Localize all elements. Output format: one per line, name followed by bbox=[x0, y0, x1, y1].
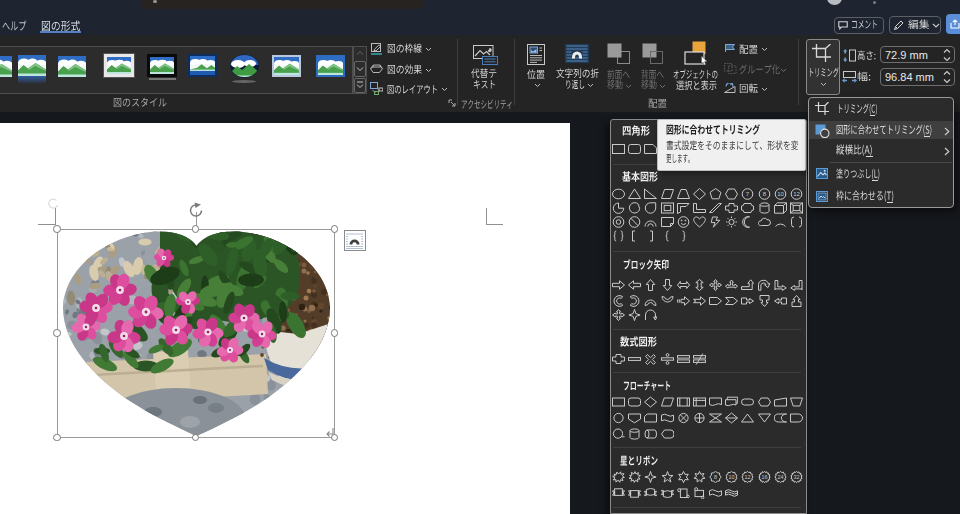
svg-text:8: 8 bbox=[714, 474, 717, 480]
svg-text:12: 12 bbox=[745, 474, 751, 480]
svg-text:10: 10 bbox=[777, 191, 784, 197]
svg-text:7: 7 bbox=[746, 191, 750, 197]
svg-text:24: 24 bbox=[777, 474, 783, 480]
svg-text:8: 8 bbox=[762, 191, 766, 197]
svg-text:32: 32 bbox=[793, 474, 799, 480]
svg-text:12: 12 bbox=[793, 191, 800, 197]
svg-text:10: 10 bbox=[729, 474, 735, 480]
svg-text:16: 16 bbox=[761, 474, 767, 480]
